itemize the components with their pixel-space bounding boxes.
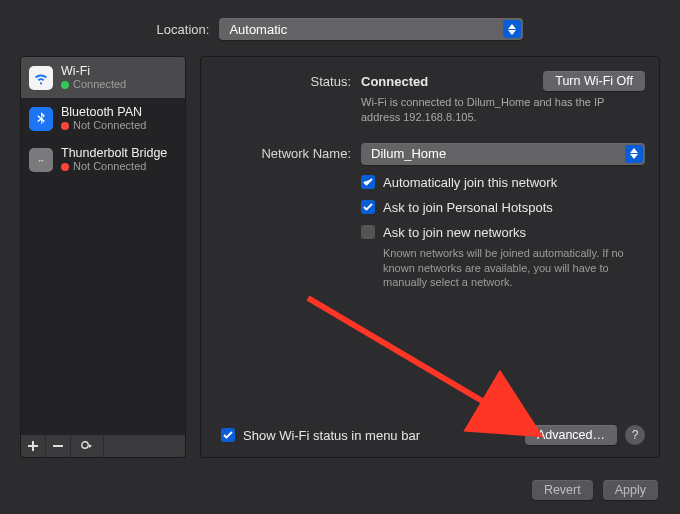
svg-text:↔: ↔ — [37, 155, 44, 164]
sidebar-item-label: Thunderbolt Bridge — [61, 146, 167, 160]
network-options-button[interactable] — [71, 435, 104, 457]
advanced-button[interactable]: Advanced… — [525, 425, 617, 445]
sidebar-item-label: Wi-Fi — [61, 64, 126, 78]
sidebar-item-wifi[interactable]: Wi-Fi Connected — [21, 57, 185, 98]
location-label: Location: — [157, 22, 210, 37]
chevron-updown-icon — [625, 145, 643, 163]
menubar-checkbox[interactable] — [221, 428, 235, 442]
ask-new-label: Ask to join new networks — [383, 225, 526, 240]
network-name-select[interactable]: Dilum_Home — [361, 143, 645, 165]
footer-buttons: Revert Apply — [532, 480, 658, 500]
location-row: Location: Automatic — [0, 0, 680, 56]
wifi-toggle-button[interactable]: Turn Wi-Fi Off — [543, 71, 645, 91]
wifi-icon — [29, 66, 53, 90]
status-value: Connected — [361, 74, 428, 89]
sidebar-item-thunderbolt[interactable]: ↔ Thunderbolt Bridge Not Connected — [21, 139, 185, 180]
chevron-updown-icon — [503, 20, 521, 38]
svg-point-1 — [82, 442, 88, 448]
hotspots-checkbox[interactable] — [361, 200, 375, 214]
network-name-value: Dilum_Home — [371, 146, 446, 161]
menubar-label: Show Wi-Fi status in menu bar — [243, 428, 420, 443]
network-sidebar: Wi-Fi Connected Bluetooth PAN Not Connec… — [20, 56, 186, 458]
location-select[interactable]: Automatic — [219, 18, 523, 40]
auto-join-checkbox[interactable] — [361, 175, 375, 189]
status-dot-icon — [61, 122, 69, 130]
auto-join-label: Automatically join this network — [383, 175, 557, 190]
ask-new-checkbox[interactable] — [361, 225, 375, 239]
bluetooth-icon — [29, 107, 53, 131]
detail-panel: Status: Connected Turn Wi-Fi Off Wi-Fi i… — [200, 56, 660, 458]
thunderbolt-icon: ↔ — [29, 148, 53, 172]
apply-button[interactable]: Apply — [603, 480, 658, 500]
list-toolbar — [20, 435, 186, 458]
status-dot-icon — [61, 81, 69, 89]
network-name-label: Network Name: — [201, 143, 361, 165]
revert-button[interactable]: Revert — [532, 480, 593, 500]
ask-new-help: Known networks will be joined automatica… — [383, 246, 633, 291]
remove-network-button[interactable] — [46, 435, 71, 457]
status-description: Wi-Fi is connected to Dilum_Home and has… — [361, 95, 621, 125]
status-label: Status: — [201, 71, 361, 125]
hotspots-label: Ask to join Personal Hotspots — [383, 200, 553, 215]
network-list[interactable]: Wi-Fi Connected Bluetooth PAN Not Connec… — [20, 56, 186, 439]
help-button[interactable]: ? — [625, 425, 645, 445]
add-network-button[interactable] — [21, 435, 46, 457]
status-dot-icon — [61, 163, 69, 171]
sidebar-item-bluetooth[interactable]: Bluetooth PAN Not Connected — [21, 98, 185, 139]
location-value: Automatic — [229, 22, 287, 37]
sidebar-item-label: Bluetooth PAN — [61, 105, 146, 119]
